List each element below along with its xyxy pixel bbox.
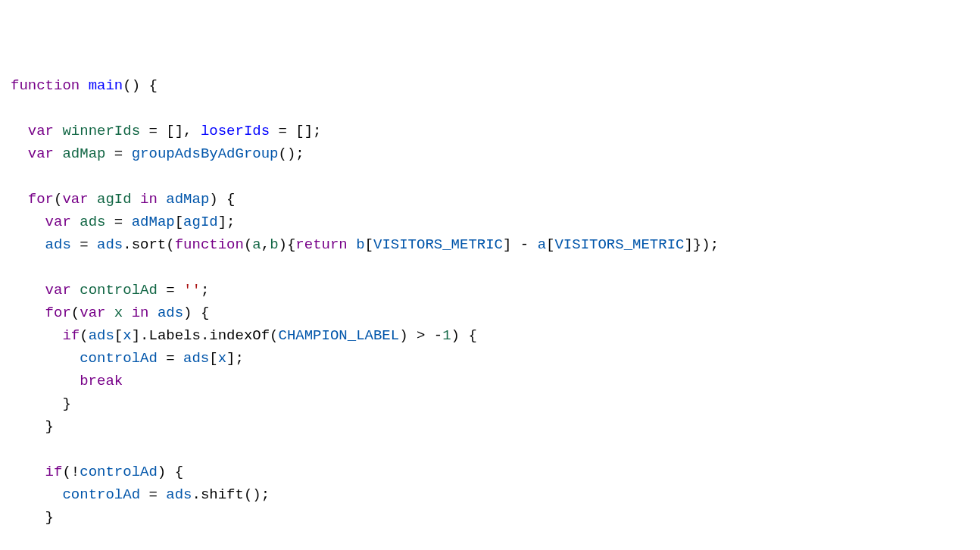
code-block: function main() { var winnerIds = [], lo…	[11, 74, 969, 550]
